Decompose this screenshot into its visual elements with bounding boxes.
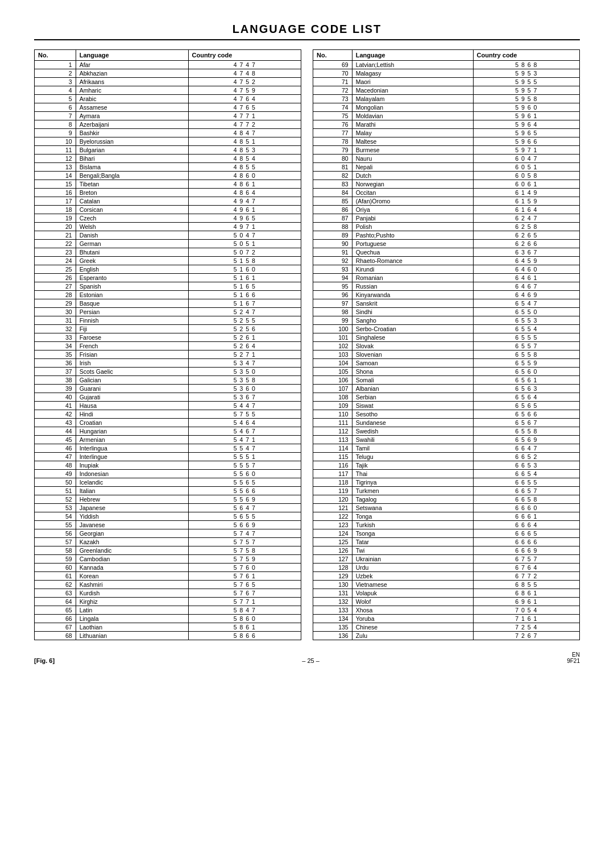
row-code: 6 8 5 5	[473, 581, 579, 589]
row-language: Indonesian	[76, 470, 188, 478]
table-row: 7Aymara4 7 7 1	[35, 112, 301, 120]
row-code: 4 8 5 5	[188, 163, 301, 172]
table-row: 63Kurdish5 7 6 7	[35, 589, 301, 598]
row-code: 5 4 7 1	[188, 436, 301, 444]
row-number: 26	[35, 274, 76, 282]
row-number: 66	[35, 615, 76, 623]
table-row: 62Kashmiri5 7 6 5	[35, 581, 301, 589]
table-row: 135Chinese7 2 5 4	[313, 623, 580, 632]
table-row: 37Scots Gaelic5 3 5 0	[35, 368, 301, 376]
table-row: 24Greek5 1 5 8	[35, 257, 301, 265]
table-row: 97Sanskrit6 5 4 7	[313, 299, 580, 308]
row-code: 6 6 5 7	[473, 487, 579, 495]
table-row: 20Welsh4 9 7 1	[35, 223, 301, 231]
row-number: 134	[313, 615, 352, 623]
row-language: Kannada	[76, 564, 188, 572]
row-number: 112	[313, 427, 352, 436]
table-row: 32Fiji5 2 5 6	[35, 325, 301, 333]
row-code: 4 9 6 5	[188, 214, 301, 223]
row-language: Greenlandic	[76, 546, 188, 555]
row-language: Interlingua	[76, 444, 188, 453]
row-language: Polish	[352, 223, 473, 231]
row-language: Panjabi	[352, 214, 473, 223]
row-language: Afar	[76, 61, 188, 69]
row-language: Lithuanian	[76, 632, 188, 640]
right-header-no: No.	[313, 50, 352, 61]
row-language: Norwegian	[352, 180, 473, 189]
row-number: 120	[313, 495, 352, 504]
row-number: 9	[35, 129, 76, 137]
row-number: 73	[313, 95, 352, 103]
table-row: 115Telugu6 6 5 2	[313, 453, 580, 461]
table-row: 107Albanian6 5 6 3	[313, 385, 580, 393]
table-row: 40Gujarati5 3 6 7	[35, 393, 301, 402]
table-row: 44Hungarian5 4 6 7	[35, 427, 301, 436]
table-row: 91Quechua6 3 6 7	[313, 248, 580, 257]
table-row: 27Spanish5 1 6 5	[35, 282, 301, 291]
row-language: Sesotho	[352, 410, 473, 419]
row-code: 5 7 6 0	[188, 564, 301, 572]
row-number: 119	[313, 487, 352, 495]
row-code: 6 1 5 9	[473, 197, 579, 206]
row-number: 67	[35, 623, 76, 632]
row-language: Laothian	[76, 623, 188, 632]
row-number: 1	[35, 61, 76, 69]
table-row: 85(Afan)Oromo6 1 5 9	[313, 197, 580, 206]
row-code: 5 5 4 7	[188, 444, 301, 453]
table-row: 35Frisian5 2 7 1	[35, 350, 301, 359]
table-row: 31Finnish5 2 5 5	[35, 316, 301, 325]
table-row: 119Turkmen6 6 5 7	[313, 487, 580, 495]
row-code: 5 7 7 1	[188, 598, 301, 606]
table-row: 106Somali6 5 6 1	[313, 376, 580, 385]
row-language: Latin	[76, 606, 188, 615]
row-language: Byelorussian	[76, 137, 188, 146]
row-language: Tatar	[352, 538, 473, 546]
row-code: 6 5 5 3	[473, 316, 579, 325]
table-row: 25English5 1 6 0	[35, 265, 301, 274]
table-row: 58Greenlandic5 7 5 8	[35, 546, 301, 555]
row-number: 39	[35, 385, 76, 393]
row-number: 129	[313, 572, 352, 581]
row-code: 6 6 5 4	[473, 470, 579, 478]
table-row: 9Bashkir4 8 4 7	[35, 129, 301, 137]
row-language: Macedonian	[352, 86, 473, 95]
row-code: 5 6 5 5	[188, 512, 301, 521]
row-language: Tajik	[352, 461, 473, 470]
row-number: 99	[313, 316, 352, 325]
row-number: 70	[313, 69, 352, 78]
table-row: 41Hausa5 4 4 7	[35, 402, 301, 410]
row-number: 46	[35, 444, 76, 453]
table-row: 52Hebrew5 5 6 9	[35, 495, 301, 504]
row-language: Portuguese	[352, 240, 473, 248]
row-language: Singhalese	[352, 333, 473, 342]
row-language: Azerbaijani	[76, 120, 188, 129]
row-number: 108	[313, 393, 352, 402]
row-code: 6 5 5 9	[473, 359, 579, 368]
table-row: 94Romanian6 4 6 1	[313, 274, 580, 282]
row-number: 123	[313, 521, 352, 529]
row-number: 68	[35, 632, 76, 640]
table-row: 48Inupiak5 5 5 7	[35, 461, 301, 470]
row-code: 7 2 5 4	[473, 623, 579, 632]
row-code: 6 3 6 7	[473, 248, 579, 257]
row-code: 5 4 6 4	[188, 419, 301, 427]
row-number: 29	[35, 299, 76, 308]
row-number: 84	[313, 189, 352, 197]
row-code: 6 0 5 1	[473, 163, 579, 172]
row-language: Thai	[352, 470, 473, 478]
row-language: Maori	[352, 78, 473, 86]
row-number: 22	[35, 240, 76, 248]
row-language: Breton	[76, 189, 188, 197]
row-code: 5 4 4 7	[188, 402, 301, 410]
table-row: 55Javanese5 6 6 9	[35, 521, 301, 529]
table-row: 16Breton4 8 6 4	[35, 189, 301, 197]
row-code: 6 5 4 7	[473, 299, 579, 308]
row-number: 105	[313, 368, 352, 376]
table-row: 114Tamil6 6 4 7	[313, 444, 580, 453]
row-number: 11	[35, 146, 76, 155]
table-row: 95Russian6 4 6 7	[313, 282, 580, 291]
row-language: Xhosa	[352, 606, 473, 615]
row-language: Abkhazian	[76, 69, 188, 78]
table-row: 66Lingala5 8 6 0	[35, 615, 301, 623]
row-number: 49	[35, 470, 76, 478]
